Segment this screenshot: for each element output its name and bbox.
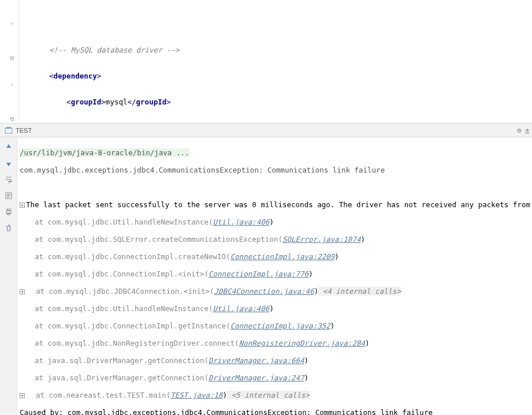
source-link[interactable]: SQLError.java:1074 xyxy=(282,235,360,244)
console-toolbar xyxy=(0,137,17,415)
xml-comment: <!-- MySQL database driver --> xyxy=(49,46,180,54)
code-editor[interactable]: <!-- MySQL database driver --> <dependen… xyxy=(19,0,532,123)
expand-icon[interactable]: + xyxy=(20,289,25,294)
up-trace-button[interactable] xyxy=(3,142,14,152)
svg-rect-0 xyxy=(5,128,12,133)
caused-by-line: Caused by: com.mysql.jdbc.exceptions.jdb… xyxy=(20,408,532,415)
clear-button[interactable] xyxy=(3,223,14,233)
print-button[interactable] xyxy=(3,207,14,217)
source-link[interactable]: ConnectionImpl.java:352 xyxy=(230,321,330,330)
source-link[interactable]: NonRegisteringDriver.java:284 xyxy=(239,339,365,347)
editor-pane: ⬨ ⊟ ⬨ ⊟ <!-- MySQL database driver --> <… xyxy=(0,0,532,124)
source-link[interactable]: JDBC4Connection.java:46 xyxy=(214,287,314,296)
source-link[interactable]: DriverManager.java:247 xyxy=(209,373,304,382)
console-output[interactable]: /usr/lib/jvm/java-8-oracle/bin/java ... … xyxy=(17,137,532,415)
exception-line: com.mysql.jdbc.exceptions.jdbc4.Communic… xyxy=(20,166,532,174)
source-link[interactable]: ConnectionImpl.java:776 xyxy=(209,270,308,278)
fold-icon[interactable]: ⊟ xyxy=(10,115,17,122)
expand-icon[interactable]: + xyxy=(20,393,25,398)
console-tab[interactable]: TEST xyxy=(0,124,36,137)
source-link[interactable]: Util.java:406 xyxy=(213,304,270,313)
scroll-end-button[interactable] xyxy=(3,190,14,201)
tab-label: TEST xyxy=(16,127,32,134)
down-trace-button[interactable] xyxy=(3,158,14,169)
svg-rect-4 xyxy=(7,209,10,211)
run-config-icon xyxy=(5,126,13,134)
gear-icon[interactable]: ⚙ xyxy=(517,126,521,134)
minimize-icon[interactable]: ± xyxy=(525,126,530,135)
fold-icon[interactable]: ⊟ xyxy=(10,55,17,62)
svg-rect-1 xyxy=(6,127,11,129)
source-link[interactable]: TEST.java:18 xyxy=(170,391,222,399)
console-pane: /usr/lib/jvm/java-8-oracle/bin/java ... … xyxy=(0,137,532,415)
soft-wrap-button[interactable] xyxy=(3,174,14,185)
expand-icon[interactable]: + xyxy=(20,203,25,208)
fold-icon[interactable]: ⬨ xyxy=(10,81,17,88)
source-link[interactable]: Util.java:406 xyxy=(213,218,270,226)
editor-gutter: ⬨ ⊟ ⬨ ⊟ xyxy=(0,0,19,123)
console-tab-bar: TEST ⚙ ± xyxy=(0,124,532,137)
source-link[interactable]: DriverManager.java:664 xyxy=(209,356,304,365)
source-link[interactable]: ConnectionImpl.java:2209 xyxy=(230,252,335,261)
fold-icon[interactable]: ⬨ xyxy=(10,20,17,27)
java-command: /usr/lib/jvm/java-8-oracle/bin/java ... xyxy=(20,148,189,157)
